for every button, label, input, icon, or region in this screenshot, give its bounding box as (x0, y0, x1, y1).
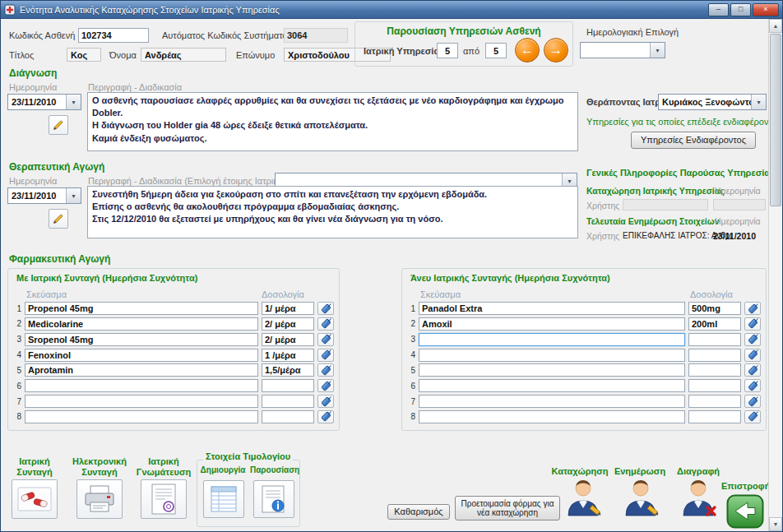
dose-input[interactable] (262, 333, 314, 346)
dose-input[interactable] (688, 410, 741, 423)
service-of-label: από (463, 46, 480, 56)
invoice-show-button[interactable] (253, 480, 294, 518)
drug-lookup-button[interactable] (317, 333, 334, 346)
drug-lookup-button[interactable] (317, 395, 334, 408)
dose-input[interactable] (262, 410, 314, 423)
next-service-button[interactable]: → (544, 38, 568, 62)
prev-service-button[interactable]: ← (515, 38, 540, 62)
drug-input[interactable] (419, 395, 685, 408)
medical-prescription-button[interactable] (12, 479, 58, 519)
dose-input[interactable] (262, 349, 314, 362)
doctor-combo[interactable]: Κυριάκος Ξενοφώντος ▼ (658, 94, 767, 110)
return-button[interactable] (726, 494, 764, 529)
drug-input[interactable] (419, 349, 685, 362)
firstname-value: Ανδρέας (141, 48, 226, 62)
without-rx-group: Άνευ Ιατρικής Συνταγής (Ημερήσια Συχνότη… (401, 268, 767, 431)
dose-input[interactable] (688, 333, 741, 346)
drug-lookup-button[interactable] (317, 410, 334, 423)
electronic-prescription-button[interactable] (76, 479, 123, 519)
dose-input[interactable] (262, 363, 314, 377)
minimize-button[interactable]: – (708, 3, 729, 16)
scroll-up-button[interactable]: ▲ (769, 19, 782, 33)
service-current-value: 5 (437, 43, 458, 58)
drug-lookup-button[interactable] (744, 317, 761, 331)
drug-input[interactable] (25, 302, 258, 315)
drug-lookup-button[interactable] (744, 349, 761, 362)
dose-input[interactable] (688, 349, 741, 362)
dose-input[interactable] (688, 379, 741, 392)
table-row: 5 (13, 363, 334, 377)
close-button[interactable]: × (753, 3, 779, 16)
dose-input[interactable] (262, 302, 314, 315)
register-button[interactable] (563, 476, 603, 519)
row-number: 3 (407, 335, 415, 344)
invoice-create-icon (210, 485, 238, 513)
dose-input[interactable] (262, 395, 314, 408)
diagnosis-date-combo[interactable]: 23/11/2010 ▼ (7, 94, 81, 110)
syringe-icon (748, 318, 758, 329)
table-row: 8 (407, 410, 761, 423)
dose-input[interactable] (688, 363, 741, 377)
vertical-scrollbar[interactable]: ▲ ▼ (768, 19, 782, 531)
drug-input[interactable] (419, 410, 685, 423)
drug-input[interactable] (25, 410, 258, 423)
diagnosis-textarea[interactable]: Ο ασθενής παρουσίασε ελαφρές αρρυθμίες κ… (87, 92, 578, 151)
dose-input[interactable] (688, 395, 741, 408)
dose-input[interactable] (262, 317, 314, 331)
drug-lookup-button[interactable] (744, 379, 761, 392)
created-label: Καταχώρηση Ιατρικής Υπηρεσίας (586, 186, 725, 196)
drug-input[interactable] (419, 379, 685, 392)
table-row: 1 (13, 302, 334, 315)
app-window: Ενότητα Αναλυτικής Καταχώρησης Στοιχείων… (0, 0, 783, 532)
dose-input[interactable] (262, 379, 314, 392)
drug-input[interactable] (25, 379, 258, 392)
drug-lookup-button[interactable] (744, 302, 761, 315)
table-row: 2 (13, 317, 334, 331)
drug-input[interactable] (25, 317, 258, 331)
drug-input[interactable] (25, 363, 258, 377)
row-number: 5 (407, 366, 415, 375)
drug-input[interactable] (25, 395, 258, 408)
clear-button[interactable]: Καθαρισμός (387, 504, 450, 520)
drug-input[interactable] (419, 302, 685, 315)
therapy-textarea[interactable]: Συνεστήθη 5ήμερη άδεια για ξεκούραση στο… (87, 186, 578, 238)
drug-lookup-button[interactable] (744, 363, 761, 377)
interest-services-button[interactable]: Υπηρεσίες Ενδιαφέροντος (631, 132, 756, 149)
drug-input[interactable] (419, 317, 685, 331)
drug-lookup-button[interactable] (744, 333, 761, 346)
drug-input[interactable] (25, 349, 258, 362)
patient-code-input[interactable] (78, 28, 149, 43)
edit-therapy-button[interactable] (49, 209, 68, 229)
service-total-value: 5 (485, 43, 507, 58)
drug-lookup-button[interactable] (744, 395, 761, 408)
drug-lookup-button[interactable] (317, 302, 334, 315)
drug-input[interactable] (419, 363, 685, 377)
update-button[interactable] (621, 476, 660, 519)
calendar-select-combo[interactable]: ▼ (580, 42, 665, 58)
drug-lookup-button[interactable] (317, 317, 334, 331)
therapy-date-combo[interactable]: 23/11/2010 ▼ (7, 187, 81, 204)
drug-lookup-button[interactable] (317, 349, 334, 362)
drug-input[interactable] (419, 333, 685, 346)
title-value: Κος (67, 48, 101, 62)
dose-input[interactable] (688, 302, 741, 315)
drug-lookup-button[interactable] (317, 379, 334, 392)
drug-lookup-button[interactable] (317, 363, 334, 377)
drug-input[interactable] (25, 333, 258, 346)
dose-input[interactable] (688, 317, 741, 331)
invoice-create-button[interactable] (203, 480, 244, 518)
drug-lookup-button[interactable] (744, 410, 761, 423)
syringe-icon (748, 303, 758, 314)
row-number: 4 (407, 350, 415, 359)
prepare-new-entry-button[interactable]: Προετοιμασία φόρμας για νέα καταχώρηση (455, 496, 560, 520)
certificate-icon (151, 483, 177, 515)
maximize-button[interactable]: □ (730, 3, 751, 16)
row-number: 6 (13, 382, 21, 391)
scroll-down-button[interactable]: ▼ (769, 517, 782, 531)
scrollbar-thumb[interactable] (770, 34, 781, 206)
delete-button[interactable] (679, 476, 718, 519)
medical-opinion-button[interactable] (141, 479, 187, 519)
edit-diagnosis-button[interactable] (49, 115, 68, 135)
chevron-down-icon: ▼ (751, 95, 766, 109)
table-row: 8 (13, 410, 334, 423)
